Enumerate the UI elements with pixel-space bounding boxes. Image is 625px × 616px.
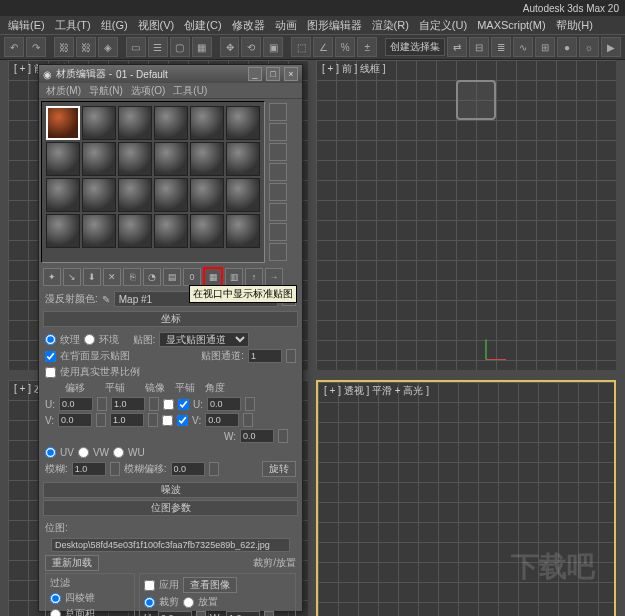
link-button[interactable]: ⛓ (54, 37, 74, 57)
place-radio[interactable] (183, 597, 194, 608)
rotate-button[interactable]: ⟲ (241, 37, 261, 57)
material-slot[interactable] (46, 142, 80, 176)
options-button[interactable] (269, 223, 287, 241)
filter-sum-radio[interactable] (50, 609, 61, 617)
backlight-button[interactable] (269, 123, 287, 141)
material-slot[interactable] (82, 178, 116, 212)
material-slot[interactable] (154, 178, 188, 212)
material-slot[interactable] (226, 214, 260, 248)
menu-help[interactable]: 帮助(H) (552, 18, 597, 33)
menu-customize[interactable]: 自定义(U) (415, 18, 471, 33)
u-tile-check[interactable] (178, 399, 189, 410)
v-tile-check[interactable] (177, 415, 188, 426)
reset-button[interactable]: ✕ (103, 268, 121, 286)
scale-button[interactable]: ▣ (263, 37, 283, 57)
w-angle-spinner[interactable] (240, 429, 274, 443)
blur-spinner[interactable] (72, 462, 106, 476)
schematic-button[interactable]: ⊞ (535, 37, 555, 57)
menu-create[interactable]: 创建(C) (180, 18, 225, 33)
align-button[interactable]: ⊟ (469, 37, 489, 57)
maximize-button[interactable]: □ (266, 67, 280, 81)
close-button[interactable]: × (284, 67, 298, 81)
wu-radio[interactable] (113, 447, 124, 458)
menu-animation[interactable]: 动画 (271, 18, 301, 33)
menu-rendering[interactable]: 渲染(R) (368, 18, 413, 33)
material-slot[interactable] (118, 178, 152, 212)
material-slot[interactable] (82, 214, 116, 248)
bluroff-spinner[interactable] (171, 462, 205, 476)
v-offset-spinner[interactable] (58, 413, 92, 427)
eyedropper-icon[interactable]: ✎ (102, 294, 110, 305)
v-mirror-check[interactable] (162, 415, 173, 426)
window-crossing-button[interactable]: ▦ (192, 37, 212, 57)
crop-u-spinner[interactable] (158, 611, 192, 616)
material-slot[interactable] (46, 214, 80, 248)
go-forward-button[interactable]: → (265, 268, 283, 286)
reload-button[interactable]: 重新加载 (45, 555, 99, 571)
go-parent-button[interactable]: ↑ (245, 268, 263, 286)
material-slot[interactable] (82, 106, 116, 140)
material-editor-button[interactable]: ● (557, 37, 577, 57)
material-slot-1[interactable] (46, 106, 80, 140)
curve-editor-button[interactable]: ∿ (513, 37, 533, 57)
render-button[interactable]: ▶ (601, 37, 621, 57)
select-region-button[interactable]: ▢ (170, 37, 190, 57)
preview-button[interactable] (269, 203, 287, 221)
material-slot[interactable] (190, 106, 224, 140)
rotate-button[interactable]: 旋转 (262, 461, 296, 477)
viewcube-icon[interactable] (456, 80, 496, 120)
filter-pyramid-radio[interactable] (50, 593, 61, 604)
realworld-check[interactable] (45, 367, 56, 378)
percent-snap-button[interactable]: % (335, 37, 355, 57)
menu-tools[interactable]: 工具(T) (51, 18, 95, 33)
spinner-buttons[interactable] (286, 349, 296, 363)
put-to-scene-button[interactable]: ↘ (63, 268, 81, 286)
material-slot[interactable] (154, 106, 188, 140)
v-tile-spinner[interactable] (110, 413, 144, 427)
menu-modifiers[interactable]: 修改器 (228, 18, 269, 33)
environ-radio[interactable] (84, 334, 95, 345)
rollout-coords-header[interactable]: 坐标 (43, 311, 298, 327)
selection-set-combo[interactable] (385, 38, 445, 56)
render-setup-button[interactable]: ☼ (579, 37, 599, 57)
crop-radio[interactable] (144, 597, 155, 608)
mirror-button[interactable]: ⇄ (447, 37, 467, 57)
material-slot[interactable] (118, 214, 152, 248)
viewport-tr-label[interactable]: [ + ] 前 ] 线框 ] (322, 62, 386, 76)
background-button[interactable] (269, 143, 287, 161)
material-slot[interactable] (154, 142, 188, 176)
viewport-br-label[interactable]: [ + ] 透视 ] 平滑 + 高光 ] (324, 384, 429, 398)
put-library-button[interactable]: ▤ (163, 268, 181, 286)
get-material-button[interactable]: ✦ (43, 268, 61, 286)
view-image-button[interactable]: 查看图像 (183, 577, 237, 593)
material-slot[interactable] (118, 142, 152, 176)
rollout-noise-header[interactable]: 噪波 (43, 482, 298, 498)
me-menu-util[interactable]: 工具(U) (170, 84, 210, 98)
viewport-bottom-right[interactable]: [ + ] 透视 ] 平滑 + 高光 ] (316, 380, 616, 616)
u-mirror-check[interactable] (163, 399, 174, 410)
menu-edit[interactable]: 编辑(E) (4, 18, 49, 33)
menu-grapheditors[interactable]: 图形编辑器 (303, 18, 366, 33)
material-slot[interactable] (226, 106, 260, 140)
redo-button[interactable]: ↷ (26, 37, 46, 57)
show-map-viewport-button[interactable]: ▦ (203, 267, 223, 287)
me-menu-options[interactable]: 选项(O) (128, 84, 168, 98)
material-slot[interactable] (46, 178, 80, 212)
texture-radio[interactable] (45, 334, 56, 345)
rollout-bitmap-header[interactable]: 位图参数 (43, 500, 298, 516)
material-slot[interactable] (226, 142, 260, 176)
material-slot[interactable] (190, 214, 224, 248)
menu-group[interactable]: 组(G) (97, 18, 132, 33)
show-end-button[interactable]: ▥ (225, 268, 243, 286)
make-unique-button[interactable]: ◔ (143, 268, 161, 286)
material-slot[interactable] (190, 178, 224, 212)
sample-type-button[interactable] (269, 103, 287, 121)
menu-maxscript[interactable]: MAXScript(M) (473, 19, 549, 31)
assign-button[interactable]: ⬇ (83, 268, 101, 286)
material-slot[interactable] (226, 178, 260, 212)
u-angle-spinner[interactable] (207, 397, 241, 411)
unlink-button[interactable]: ⛓ (76, 37, 96, 57)
viewport-top-right[interactable]: [ + ] 前 ] 线框 ] (316, 60, 616, 370)
v-angle-spinner[interactable] (205, 413, 239, 427)
channel-spinner[interactable] (248, 349, 282, 363)
